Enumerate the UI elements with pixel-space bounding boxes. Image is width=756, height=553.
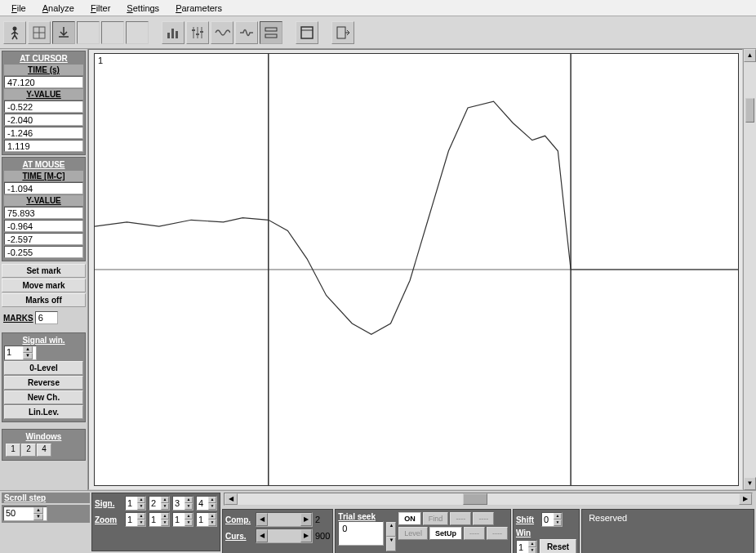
mouse-y-0[interactable]: 75.893 xyxy=(4,207,83,219)
sign-2[interactable]: 2▲▼ xyxy=(149,496,170,511)
menu-analyze[interactable]: Analyze xyxy=(34,2,82,14)
mouse-y-2[interactable]: -2.597 xyxy=(4,233,83,245)
trial-seek-label: Trial seek xyxy=(338,512,384,521)
windows-btn-2[interactable]: 2 xyxy=(21,444,36,457)
menu-settings[interactable]: Settings xyxy=(118,2,167,14)
trial-find-button[interactable]: Find xyxy=(423,512,449,525)
trial-seek-value[interactable]: 0 xyxy=(338,521,384,546)
menu-bar: File Analyze Filter Settings Parameters xyxy=(0,0,756,16)
reset-button[interactable]: Reset xyxy=(540,539,576,553)
svg-point-0 xyxy=(13,26,17,30)
win-spinner[interactable]: 1▲▼ xyxy=(516,540,537,554)
main-area: AT CURSOR TIME (s) 47.120 Y-VALUE -0.522… xyxy=(0,49,756,490)
scroll-step-value[interactable]: 50 xyxy=(4,507,33,520)
comp-value[interactable]: 2 xyxy=(315,515,320,524)
sign-label: Sign. xyxy=(95,499,122,508)
mouse-time-value[interactable]: -1.094 xyxy=(4,182,83,194)
hscroll-thumb[interactable] xyxy=(463,493,487,505)
mouse-y-label: Y-VALUE xyxy=(4,195,83,206)
zoom-3[interactable]: 1▲▼ xyxy=(172,512,193,527)
lin-lev-button[interactable]: Lin.Lev. xyxy=(4,405,83,419)
menu-parameters[interactable]: Parameters xyxy=(167,2,230,14)
comp-curs-panel: Comp. ◀▶ 2 Curs. ◀▶ 900 xyxy=(222,509,333,553)
windows-btn-1[interactable]: 1 xyxy=(6,444,20,457)
mouse-time-label: TIME [M-C] xyxy=(4,171,83,181)
toolbar-run-icon[interactable] xyxy=(3,21,26,44)
up-arrow-icon[interactable]: ▲ xyxy=(33,507,43,514)
svg-rect-4 xyxy=(176,31,178,38)
bottom-left-panel: Scroll step 50 ▲▼ xyxy=(2,493,90,551)
trial-level-button[interactable]: Level xyxy=(398,527,428,540)
menu-filter[interactable]: Filter xyxy=(82,2,118,14)
vertical-scrollbar[interactable]: ▲ ▼ xyxy=(743,49,756,490)
reverse-button[interactable]: Reverse xyxy=(4,376,83,390)
trial-setup-button[interactable]: SetUp xyxy=(429,527,462,540)
horizontal-scrollbar[interactable]: ◀ ▶ xyxy=(224,493,753,506)
trial-dash-4: ---- xyxy=(487,527,508,540)
shift-label: Shift xyxy=(516,515,539,524)
toolbar-exit-icon[interactable] xyxy=(331,21,354,44)
scroll-up-icon[interactable]: ▲ xyxy=(744,49,756,62)
down-arrow-icon[interactable]: ▼ xyxy=(33,514,43,520)
sign-1[interactable]: 1▲▼ xyxy=(125,496,146,511)
zoom-4[interactable]: 1▲▼ xyxy=(196,512,217,527)
sidebar: AT CURSOR TIME (s) 47.120 Y-VALUE -0.522… xyxy=(0,49,88,490)
scroll-step-row: Scroll step xyxy=(2,493,90,503)
hscroll-right-icon[interactable]: ▶ xyxy=(739,493,752,505)
toolbar-sliders-icon[interactable] xyxy=(186,21,209,44)
signal-win-label: Signal win. xyxy=(4,335,83,346)
plot-number: 1 xyxy=(98,56,103,65)
trial-seek-panel: Trial seek 0 ▲ ▼ ON Find ---- ---- xyxy=(335,509,511,553)
curs-slider[interactable]: ◀▶ xyxy=(256,528,313,543)
signal-win-value[interactable]: 1 xyxy=(5,346,23,359)
windows-btn-4[interactable]: 4 xyxy=(37,444,51,457)
sign-3[interactable]: 3▲▼ xyxy=(172,496,193,511)
toolbar-layout-icon[interactable] xyxy=(260,21,282,44)
toolbar-bars-icon[interactable] xyxy=(162,21,185,44)
zoom-2[interactable]: 1▲▼ xyxy=(149,512,170,527)
shift-spinner[interactable]: 0▲▼ xyxy=(541,512,563,527)
trial-down-icon[interactable]: ▼ xyxy=(386,537,396,551)
scroll-thumb[interactable] xyxy=(745,98,754,123)
zero-level-button[interactable]: 0-Level xyxy=(4,361,83,375)
cursor-y-2[interactable]: -1.246 xyxy=(4,127,83,139)
cursor-y-1[interactable]: -2.040 xyxy=(4,114,83,126)
move-mark-button[interactable]: Move mark xyxy=(2,279,86,292)
toolbar-grid-icon[interactable] xyxy=(28,21,51,44)
mouse-y-3[interactable]: -0.255 xyxy=(4,246,83,258)
comp-slider[interactable]: ◀▶ xyxy=(256,512,313,527)
cursor-y-3[interactable]: 1.119 xyxy=(4,140,83,152)
reserved-panel: Reserved xyxy=(581,509,754,553)
cursor-y-0[interactable]: -0.522 xyxy=(4,100,83,113)
toolbar-window-icon[interactable] xyxy=(296,21,318,44)
marks-value[interactable]: 6 xyxy=(35,311,58,324)
plot-area[interactable]: 1 xyxy=(88,49,743,490)
hscroll-left-icon[interactable]: ◀ xyxy=(225,493,238,505)
new-ch-button[interactable]: New Ch. xyxy=(4,390,83,404)
signal-plot[interactable]: 1 xyxy=(94,53,739,486)
sign-4[interactable]: 4▲▼ xyxy=(196,496,217,511)
trial-up-icon[interactable]: ▲ xyxy=(386,522,396,537)
scroll-down-icon[interactable]: ▼ xyxy=(744,477,756,490)
marks-off-button[interactable]: Marks off xyxy=(2,293,86,307)
signal-win-spinner[interactable]: 1 ▲▼ xyxy=(4,346,37,360)
menu-file[interactable]: File xyxy=(3,2,34,14)
scroll-step-label: Scroll step xyxy=(2,493,89,502)
toolbar-download-icon[interactable] xyxy=(52,21,75,44)
down-arrow-icon[interactable]: ▼ xyxy=(23,353,33,359)
cursor-time-value[interactable]: 47.120 xyxy=(4,76,83,88)
mouse-y-1[interactable]: -0.964 xyxy=(4,220,83,232)
toolbar-pulse-icon[interactable] xyxy=(235,21,258,44)
at-mouse-header: AT MOUSE xyxy=(4,159,83,170)
scroll-step-spinner[interactable]: 50 ▲▼ xyxy=(3,506,47,521)
toolbar-empty-3 xyxy=(126,21,149,44)
trial-on-button[interactable]: ON xyxy=(398,512,421,525)
set-mark-button[interactable]: Set mark xyxy=(2,264,86,278)
marks-count-row: MARKS 6 xyxy=(2,310,86,326)
svg-rect-5 xyxy=(192,29,195,31)
zoom-1[interactable]: 1▲▼ xyxy=(125,512,146,527)
toolbar-wave-icon[interactable] xyxy=(211,21,233,44)
windows-label: Windows xyxy=(4,431,83,442)
curs-value[interactable]: 900 xyxy=(315,531,330,541)
up-arrow-icon[interactable]: ▲ xyxy=(23,346,33,353)
